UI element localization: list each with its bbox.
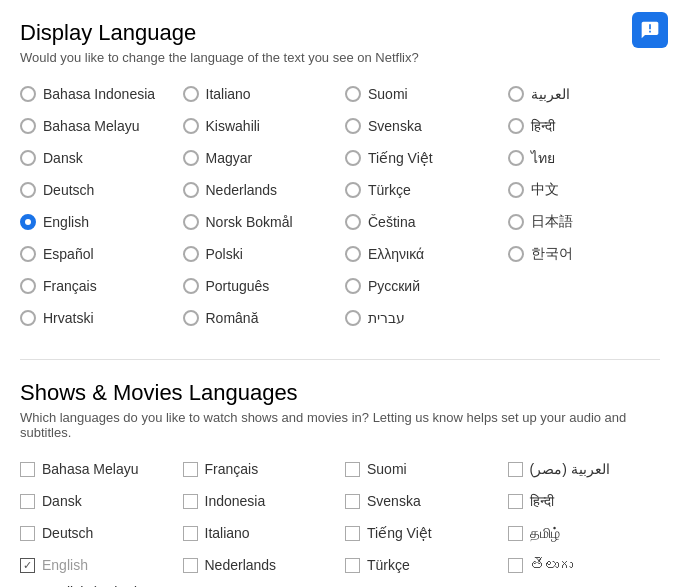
display-language-option[interactable]: English <box>20 209 173 235</box>
display-language-option[interactable]: 中文 <box>508 177 661 203</box>
display-language-option[interactable]: Português <box>183 273 336 299</box>
display-language-option[interactable]: Suomi <box>345 81 498 107</box>
radio-button[interactable] <box>20 150 36 166</box>
radio-button[interactable] <box>20 278 36 294</box>
radio-button[interactable] <box>345 214 361 230</box>
display-language-option[interactable]: Hrvatski <box>20 305 173 331</box>
radio-button[interactable] <box>183 310 199 326</box>
shows-language-option[interactable]: தமிழ் <box>508 520 661 546</box>
display-language-option[interactable]: 한국어 <box>508 241 661 267</box>
language-label: العربية (مصر) <box>530 461 610 477</box>
display-language-option[interactable]: Nederlands <box>183 177 336 203</box>
display-language-option[interactable]: Magyar <box>183 145 336 171</box>
checkbox[interactable] <box>508 558 523 573</box>
display-language-option[interactable]: Bahasa Indonesia <box>20 81 173 107</box>
shows-language-option[interactable]: Suomi <box>345 456 498 482</box>
checkbox[interactable] <box>20 462 35 477</box>
display-language-option[interactable]: Svenska <box>345 113 498 139</box>
radio-button[interactable] <box>20 182 36 198</box>
checkbox[interactable] <box>508 494 523 509</box>
checkbox[interactable] <box>20 494 35 509</box>
radio-button[interactable] <box>508 246 524 262</box>
radio-button[interactable] <box>345 246 361 262</box>
radio-button[interactable] <box>345 150 361 166</box>
checkbox[interactable] <box>183 558 198 573</box>
language-label: Français <box>205 461 259 477</box>
radio-button[interactable] <box>508 86 524 102</box>
checkbox[interactable] <box>508 526 523 541</box>
display-language-option[interactable]: Tiếng Việt <box>345 145 498 171</box>
checkbox[interactable] <box>20 558 35 573</box>
display-language-option[interactable]: Română <box>183 305 336 331</box>
display-language-option[interactable]: Kiswahili <box>183 113 336 139</box>
display-language-option[interactable]: हिन्दी <box>508 113 661 139</box>
display-language-option[interactable] <box>508 273 661 299</box>
radio-button[interactable] <box>20 246 36 262</box>
radio-button[interactable] <box>183 182 199 198</box>
display-language-option[interactable]: Italiano <box>183 81 336 107</box>
display-language-option[interactable]: Español <box>20 241 173 267</box>
language-label: Magyar <box>206 150 253 166</box>
checkbox[interactable] <box>183 462 198 477</box>
radio-button[interactable] <box>508 118 524 134</box>
language-label: Русский <box>368 278 420 294</box>
radio-button[interactable] <box>183 278 199 294</box>
shows-language-option[interactable]: Dansk <box>20 488 173 514</box>
language-label: 中文 <box>531 181 559 199</box>
shows-language-option[interactable]: Nederlands <box>183 552 336 578</box>
shows-language-option[interactable]: Svenska <box>345 488 498 514</box>
checkbox[interactable] <box>345 526 360 541</box>
shows-language-option[interactable]: Türkçe <box>345 552 498 578</box>
radio-button[interactable] <box>345 310 361 326</box>
display-language-option[interactable]: Ελληνικά <box>345 241 498 267</box>
radio-button[interactable] <box>183 150 199 166</box>
radio-button[interactable] <box>20 118 36 134</box>
radio-button[interactable] <box>20 214 36 230</box>
display-language-option[interactable]: עברית <box>345 305 498 331</box>
radio-button[interactable] <box>183 214 199 230</box>
shows-language-option[interactable]: हिन्दी <box>508 488 661 514</box>
radio-button[interactable] <box>183 86 199 102</box>
checkbox[interactable] <box>345 462 360 477</box>
display-language-option[interactable]: Čeština <box>345 209 498 235</box>
shows-language-option[interactable]: Italiano <box>183 520 336 546</box>
shows-language-option[interactable]: English <box>20 552 173 578</box>
radio-button[interactable] <box>20 86 36 102</box>
radio-button[interactable] <box>345 182 361 198</box>
display-language-option[interactable]: 日本語 <box>508 209 661 235</box>
checkbox[interactable] <box>508 462 523 477</box>
checkbox[interactable] <box>345 494 360 509</box>
display-language-option[interactable]: Français <box>20 273 173 299</box>
shows-language-option[interactable]: العربية (مصر) <box>508 456 661 482</box>
display-language-option[interactable]: العربية <box>508 81 661 107</box>
language-label: Norsk Bokmål <box>206 214 293 230</box>
shows-language-option[interactable]: Français <box>183 456 336 482</box>
radio-button[interactable] <box>183 118 199 134</box>
radio-button[interactable] <box>345 118 361 134</box>
checkbox[interactable] <box>183 494 198 509</box>
shows-language-option[interactable]: Deutsch <box>20 520 173 546</box>
radio-button[interactable] <box>508 214 524 230</box>
shows-language-option[interactable]: Tiếng Việt <box>345 520 498 546</box>
display-language-option[interactable]: Bahasa Melayu <box>20 113 173 139</box>
radio-button[interactable] <box>183 246 199 262</box>
radio-button[interactable] <box>20 310 36 326</box>
display-language-option[interactable]: Русский <box>345 273 498 299</box>
display-language-option[interactable] <box>508 305 661 331</box>
radio-button[interactable] <box>345 86 361 102</box>
display-language-option[interactable]: Polski <box>183 241 336 267</box>
display-language-option[interactable]: Deutsch <box>20 177 173 203</box>
shows-language-option[interactable]: Bahasa Melayu <box>20 456 173 482</box>
checkbox[interactable] <box>20 526 35 541</box>
shows-language-option[interactable]: తెలుగు <box>508 552 661 578</box>
display-language-option[interactable]: Norsk Bokmål <box>183 209 336 235</box>
radio-button[interactable] <box>508 182 524 198</box>
display-language-option[interactable]: ไทย <box>508 145 661 171</box>
shows-language-option[interactable]: Indonesia <box>183 488 336 514</box>
display-language-option[interactable]: Dansk <box>20 145 173 171</box>
checkbox[interactable] <box>183 526 198 541</box>
display-language-option[interactable]: Türkçe <box>345 177 498 203</box>
radio-button[interactable] <box>345 278 361 294</box>
checkbox[interactable] <box>345 558 360 573</box>
radio-button[interactable] <box>508 150 524 166</box>
